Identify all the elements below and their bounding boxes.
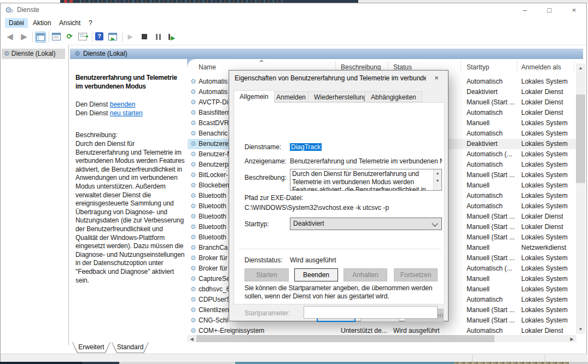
view-tab-label: Standard	[117, 343, 144, 351]
service-logon-as: Lokales System	[521, 263, 568, 274]
service-name: Clientlizen	[199, 305, 229, 315]
menu-item-datei[interactable]: Datei	[5, 18, 28, 28]
chevron-down-icon	[432, 220, 438, 226]
service-gear-icon: ⚙	[190, 295, 196, 305]
service-gear-icon: ⚙	[190, 232, 196, 243]
console-tree-panel: ⚙Dienste (Lokal)	[1, 45, 69, 345]
sort-indicator-icon	[259, 60, 264, 62]
service-starttype: Manuell (Start ...	[467, 305, 515, 315]
service-logon-as: Lokaler Dienst	[521, 108, 563, 118]
menu-item-?[interactable]: ?	[85, 18, 96, 28]
show-console-tree-icon[interactable]	[35, 32, 46, 43]
maximize-button[interactable]: □	[537, 3, 562, 17]
service-gear-icon: ⚙	[190, 139, 196, 149]
view-tab-label: Erweitert	[78, 343, 104, 351]
startup-type-select[interactable]: Deaktiviert	[290, 218, 442, 230]
vertical-scrollbar[interactable]: ▲ ▼	[576, 63, 585, 334]
service-gear-icon: ⚙	[190, 263, 196, 274]
extended-view-icon[interactable]: ▶	[108, 32, 118, 42]
help-icon[interactable]: ?	[95, 32, 104, 42]
services-gear-icon: ⚙	[74, 50, 80, 57]
service-name: Bluetooth	[199, 222, 226, 232]
service-starttype: Deaktiviert	[467, 87, 498, 97]
anhalten-button: Anhalten	[344, 268, 387, 281]
starten-button: Starten	[244, 268, 289, 281]
scroll-down-icon[interactable]: ▼	[576, 325, 585, 334]
description-pane: Benutzererfahrung und Telemetrie im verb…	[70, 59, 187, 344]
service-name: Automatis	[199, 77, 228, 87]
menu-item-aktion[interactable]: Aktion	[29, 18, 55, 28]
vertical-scroll-thumb[interactable]	[576, 95, 585, 183]
export-list-icon[interactable]: ➜	[78, 32, 88, 42]
service-name: Benutzer-M	[199, 149, 232, 160]
stop-service-icon[interactable]	[139, 32, 149, 42]
tab-wiederherstellung[interactable]: Wiederherstellung	[308, 91, 373, 102]
tab-anmelden[interactable]: Anmelden	[270, 91, 312, 102]
service-logon-as: Lokales System	[521, 149, 568, 160]
selected-service-title: Benutzererfahrung und Telemetrie im verb…	[75, 73, 185, 91]
description-label: Beschreibung:	[75, 131, 118, 139]
pause-service-icon[interactable]	[154, 32, 164, 42]
beenden-button[interactable]: Beenden	[294, 268, 338, 281]
textarea-scroll-down-icon[interactable]: ▼	[434, 177, 441, 185]
column-header-name[interactable]: Name	[199, 63, 216, 71]
service-gear-icon: ⚙	[190, 128, 196, 139]
refresh-icon[interactable]: ⟳	[65, 32, 74, 42]
column-header-starttyp[interactable]: Starttyp	[467, 63, 489, 71]
service-status-value: Wird ausgeführt	[290, 256, 336, 264]
service-starttype: Manuell (Start ...	[467, 232, 515, 243]
forward-icon[interactable]: ▶	[19, 32, 29, 42]
service-logon-as: Lokales System	[521, 274, 568, 284]
service-name: CaptureSe	[199, 274, 230, 284]
dialog-description-textarea[interactable]: Durch den Dienst für Benutzererfahrung u…	[290, 169, 442, 191]
service-starttype: Manuell	[467, 274, 490, 284]
service-gear-icon: ⚙	[190, 97, 196, 108]
service-logon-as: Lokales System	[521, 77, 568, 87]
service-starttype: Manuell	[467, 180, 490, 191]
service-logon-as: Lokales System	[521, 253, 568, 263]
service-name: CNG-Schl	[199, 315, 228, 326]
service-starttype: Automatisch	[467, 77, 503, 87]
view-tabs: ErweitertStandard	[70, 342, 584, 354]
stop-service-link[interactable]: beenden	[110, 101, 136, 108]
column-header-anmelden[interactable]: Anmelden als	[521, 63, 561, 71]
service-logon-as: Netzwerkdienst	[521, 243, 566, 253]
service-logon-as: Lokales System	[521, 128, 568, 139]
service-logon-as: Lokales System	[521, 180, 568, 191]
service-starttype: Deaktiviert	[467, 139, 498, 149]
service-starttype: Automatisch	[467, 160, 503, 170]
start-params-hint: Sie können die Startparameter angeben, d…	[244, 284, 448, 301]
service-starttype: Automatisch (...	[467, 263, 512, 274]
service-gear-icon: ⚙	[190, 108, 196, 118]
service-name: Broker für	[199, 253, 228, 263]
service-name: Broker für	[199, 263, 228, 274]
dialog-close-icon[interactable]: ×	[425, 71, 448, 86]
start-service-icon[interactable]: ▶	[125, 32, 135, 42]
minimize-button[interactable]: –	[513, 3, 537, 17]
menu-item-ansicht[interactable]: Ansicht	[55, 18, 84, 28]
tree-item-dienste-lokal[interactable]: ⚙Dienste (Lokal)	[2, 49, 65, 59]
close-button[interactable]: ×	[562, 3, 586, 17]
status-bar	[1, 354, 587, 362]
scroll-up-icon[interactable]: ▲	[576, 63, 585, 73]
service-starttype: Automatisch	[467, 128, 503, 139]
service-gear-icon: ⚙	[190, 243, 196, 253]
restart-service-icon[interactable]: ▶	[167, 32, 177, 42]
tab-abhängigkeiten[interactable]: Abhängigkeiten	[365, 91, 422, 102]
service-gear-icon: ⚙	[190, 160, 196, 170]
service-name-label: Dienstname:	[244, 143, 281, 151]
tab-allgemein[interactable]: Allgemein	[234, 90, 275, 103]
view-tab-erweitert[interactable]: Erweitert	[72, 342, 110, 353]
service-logon-as: Lokaler Dienst	[521, 87, 563, 97]
view-tab-standard[interactable]: Standard	[112, 342, 149, 353]
textarea-scroll-up-icon[interactable]: ▲	[434, 169, 441, 177]
back-icon[interactable]: ◀	[5, 32, 15, 42]
start-params-input[interactable]	[304, 306, 438, 319]
restart-service-link[interactable]: neu starten	[110, 109, 143, 117]
properties-icon[interactable]	[51, 32, 61, 42]
service-logon-as: Lokales System	[521, 139, 568, 149]
service-starttype: Manuell (Start ...	[467, 170, 515, 180]
service-name: Basisfilterm	[199, 108, 232, 118]
screen: ⚙ ⚙ Dienste – □ × DateiAktionAnsicht? ◀ …	[0, 0, 588, 364]
service-logon-as: Lokaler Dienst	[521, 97, 563, 108]
